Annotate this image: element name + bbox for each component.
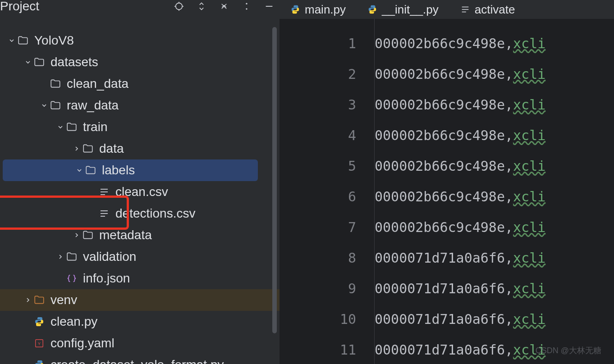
line-number: 10 bbox=[280, 304, 374, 334]
code-content[interactable]: 000002b66c9c498e,xcli000002b66c9c498e,xc… bbox=[374, 19, 614, 364]
line-number: 8 bbox=[280, 242, 374, 273]
tree-item-create-dataset-yolo-format-py[interactable]: create_dataset_yolo_format.py bbox=[0, 354, 280, 364]
spacer bbox=[23, 359, 33, 364]
tree-item-label: info.json bbox=[83, 271, 130, 286]
line-number: 6 bbox=[280, 181, 374, 212]
folder-icon bbox=[66, 251, 78, 263]
project-panel-title: Project bbox=[0, 0, 39, 14]
chevron-right-icon[interactable] bbox=[71, 230, 82, 241]
expand-collapse-icon[interactable] bbox=[197, 1, 206, 11]
chevron-down-icon[interactable] bbox=[6, 35, 17, 46]
chevron-right-icon[interactable] bbox=[23, 295, 33, 305]
spacer bbox=[55, 273, 66, 284]
spacer bbox=[87, 208, 98, 219]
line-number: 9 bbox=[280, 273, 374, 304]
text-file-icon bbox=[460, 5, 470, 14]
editor-tabs: main.py__init__.pyactivate bbox=[280, 0, 614, 19]
tree-item-clean-data[interactable]: clean_data bbox=[0, 73, 280, 95]
code-line[interactable]: 0000071d71a0a6f6,xcli bbox=[375, 304, 614, 334]
tree-item-yolov8[interactable]: YoloV8 bbox=[0, 30, 280, 51]
folder-icon bbox=[82, 143, 94, 155]
json-file-icon bbox=[66, 273, 78, 284]
tree-item-label: config.yaml bbox=[50, 336, 115, 350]
minimize-icon[interactable] bbox=[264, 1, 274, 11]
sidebar-header-actions bbox=[174, 1, 274, 11]
sidebar-scrollbar[interactable] bbox=[272, 27, 277, 333]
folder-icon bbox=[82, 229, 94, 241]
line-number: 11 bbox=[280, 334, 374, 364]
project-sidebar: Project YoloV8datasetsclean_dataraw_data… bbox=[0, 0, 280, 364]
tab--init-py[interactable]: __init__.py bbox=[357, 0, 449, 19]
folder-icon bbox=[17, 35, 29, 46]
sidebar-header: Project bbox=[0, 0, 280, 18]
code-line[interactable]: 0000071d71a0a6f6,xcli bbox=[375, 273, 614, 304]
text-file-icon bbox=[98, 186, 110, 198]
code-line[interactable]: 0000071d71a0a6f6,xcli bbox=[375, 242, 614, 273]
tree-item-clean-csv[interactable]: clean.csv bbox=[0, 181, 280, 203]
watermark: CSDN @大林无糖 bbox=[536, 345, 601, 356]
svg-text:Y: Y bbox=[38, 341, 41, 346]
svg-point-0 bbox=[176, 3, 183, 10]
tab-main-py[interactable]: main.py bbox=[280, 0, 357, 19]
tree-item-label: labels bbox=[102, 163, 135, 177]
tree-item-label: train bbox=[83, 120, 107, 134]
python-file-icon bbox=[367, 5, 377, 14]
tree-item-clean-py[interactable]: clean.py bbox=[0, 311, 280, 332]
tree-item-label: clean.py bbox=[50, 314, 97, 329]
chevron-down-icon[interactable] bbox=[55, 122, 66, 132]
svg-point-8 bbox=[246, 3, 247, 5]
code-line[interactable]: 000002b66c9c498e,xcli bbox=[375, 181, 614, 212]
line-number: 1 bbox=[280, 28, 374, 59]
folder-icon bbox=[85, 164, 96, 176]
target-icon[interactable] bbox=[174, 1, 184, 11]
line-number: 3 bbox=[280, 89, 374, 120]
tree-item-venv[interactable]: venv bbox=[0, 289, 280, 311]
more-icon[interactable] bbox=[242, 1, 252, 11]
tree-item-datasets[interactable]: datasets bbox=[0, 51, 280, 73]
folder-venv-icon bbox=[33, 294, 45, 306]
code-line[interactable]: 000002b66c9c498e,xcli bbox=[375, 150, 614, 181]
tree-item-label: create_dataset_yolo_format.py bbox=[50, 358, 224, 364]
tree-item-validation[interactable]: validation bbox=[0, 246, 280, 268]
tree-item-label: raw_data bbox=[67, 98, 119, 113]
python-file-icon bbox=[33, 316, 45, 328]
tree-item-label: venv bbox=[50, 293, 77, 307]
folder-icon bbox=[33, 56, 45, 68]
code-line[interactable]: 000002b66c9c498e,xcli bbox=[375, 212, 614, 242]
folder-icon bbox=[50, 78, 61, 90]
code-line[interactable]: 000002b66c9c498e,xcli bbox=[375, 120, 614, 150]
tree-item-raw-data[interactable]: raw_data bbox=[0, 95, 280, 116]
chevron-down-icon[interactable] bbox=[74, 165, 85, 176]
folder-icon bbox=[50, 100, 61, 111]
chevron-right-icon[interactable] bbox=[71, 143, 82, 154]
tree-item-label: clean.csv bbox=[115, 185, 168, 199]
tree-item-label: datasets bbox=[50, 55, 98, 69]
tree-item-config-yaml[interactable]: Yconfig.yaml bbox=[0, 332, 280, 354]
svg-point-9 bbox=[246, 8, 247, 9]
code-line[interactable]: 000002b66c9c498e,xcli bbox=[375, 89, 614, 120]
code-line[interactable]: 000002b66c9c498e,xcli bbox=[375, 28, 614, 59]
tree-item-train[interactable]: train bbox=[0, 116, 280, 138]
tab-activate[interactable]: activate bbox=[449, 0, 526, 19]
tree-item-info-json[interactable]: info.json bbox=[0, 268, 280, 289]
tree-item-label: YoloV8 bbox=[34, 33, 74, 48]
chevron-right-icon[interactable] bbox=[55, 251, 66, 262]
chevron-down-icon[interactable] bbox=[39, 100, 50, 111]
spacer bbox=[23, 338, 33, 349]
tree-item-data[interactable]: data bbox=[0, 138, 280, 159]
tree-item-detections-csv[interactable]: detections.csv bbox=[0, 203, 280, 224]
python-file-icon bbox=[33, 359, 45, 364]
tree-item-labels[interactable]: labels bbox=[3, 159, 258, 181]
tree-item-metadata[interactable]: metadata bbox=[0, 224, 280, 246]
line-number: 4 bbox=[280, 120, 374, 150]
line-gutter: 1234567891011 bbox=[280, 19, 374, 364]
chevron-down-icon[interactable] bbox=[23, 57, 33, 68]
line-number: 2 bbox=[280, 59, 374, 89]
text-file-icon bbox=[98, 208, 110, 219]
close-icon[interactable] bbox=[219, 1, 229, 11]
folder-icon bbox=[66, 121, 78, 133]
tab-label: __init__.py bbox=[382, 3, 439, 17]
code-area: 1234567891011 000002b66c9c498e,xcli00000… bbox=[280, 19, 614, 364]
code-line[interactable]: 000002b66c9c498e,xcli bbox=[375, 59, 614, 89]
spacer bbox=[39, 78, 50, 89]
